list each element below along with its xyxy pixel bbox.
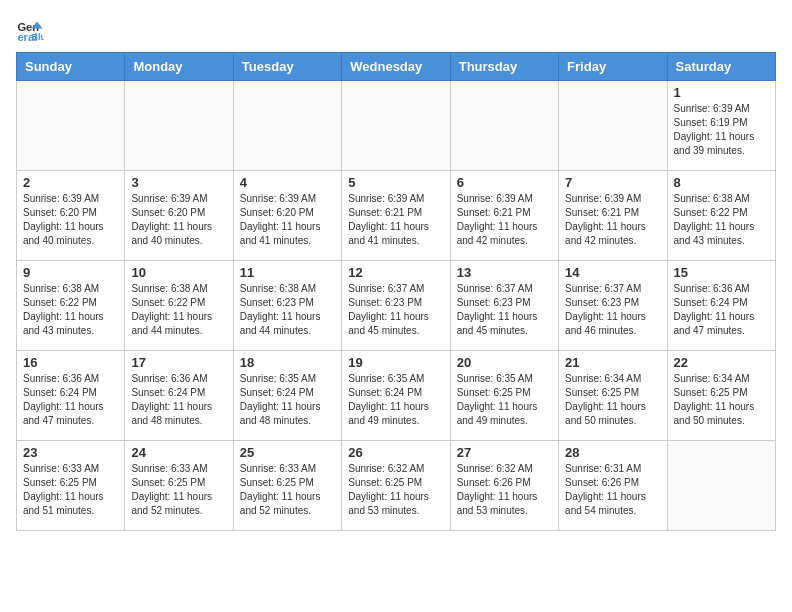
- day-info: Sunrise: 6:35 AM Sunset: 6:24 PM Dayligh…: [240, 372, 335, 428]
- calendar-cell: 26Sunrise: 6:32 AM Sunset: 6:25 PM Dayli…: [342, 441, 450, 531]
- day-number: 18: [240, 355, 335, 370]
- day-info: Sunrise: 6:34 AM Sunset: 6:25 PM Dayligh…: [565, 372, 660, 428]
- calendar-cell: 10Sunrise: 6:38 AM Sunset: 6:22 PM Dayli…: [125, 261, 233, 351]
- logo-icon: Gen eral Blue: [16, 16, 44, 44]
- day-info: Sunrise: 6:39 AM Sunset: 6:21 PM Dayligh…: [457, 192, 552, 248]
- calendar-cell: 19Sunrise: 6:35 AM Sunset: 6:24 PM Dayli…: [342, 351, 450, 441]
- calendar-cell: [559, 81, 667, 171]
- weekday-header-tuesday: Tuesday: [233, 53, 341, 81]
- day-info: Sunrise: 6:32 AM Sunset: 6:25 PM Dayligh…: [348, 462, 443, 518]
- week-row-5: 23Sunrise: 6:33 AM Sunset: 6:25 PM Dayli…: [17, 441, 776, 531]
- weekday-header-thursday: Thursday: [450, 53, 558, 81]
- day-info: Sunrise: 6:39 AM Sunset: 6:21 PM Dayligh…: [348, 192, 443, 248]
- day-info: Sunrise: 6:38 AM Sunset: 6:23 PM Dayligh…: [240, 282, 335, 338]
- calendar-cell: 28Sunrise: 6:31 AM Sunset: 6:26 PM Dayli…: [559, 441, 667, 531]
- day-number: 11: [240, 265, 335, 280]
- day-number: 24: [131, 445, 226, 460]
- day-info: Sunrise: 6:35 AM Sunset: 6:24 PM Dayligh…: [348, 372, 443, 428]
- day-number: 27: [457, 445, 552, 460]
- calendar-cell: 1Sunrise: 6:39 AM Sunset: 6:19 PM Daylig…: [667, 81, 775, 171]
- calendar-cell: 11Sunrise: 6:38 AM Sunset: 6:23 PM Dayli…: [233, 261, 341, 351]
- calendar-cell: 5Sunrise: 6:39 AM Sunset: 6:21 PM Daylig…: [342, 171, 450, 261]
- day-number: 8: [674, 175, 769, 190]
- day-info: Sunrise: 6:37 AM Sunset: 6:23 PM Dayligh…: [457, 282, 552, 338]
- page-header: Gen eral Blue: [16, 16, 776, 44]
- weekday-header-friday: Friday: [559, 53, 667, 81]
- day-info: Sunrise: 6:38 AM Sunset: 6:22 PM Dayligh…: [23, 282, 118, 338]
- day-info: Sunrise: 6:39 AM Sunset: 6:20 PM Dayligh…: [131, 192, 226, 248]
- day-number: 21: [565, 355, 660, 370]
- calendar-cell: 21Sunrise: 6:34 AM Sunset: 6:25 PM Dayli…: [559, 351, 667, 441]
- day-number: 26: [348, 445, 443, 460]
- day-info: Sunrise: 6:37 AM Sunset: 6:23 PM Dayligh…: [348, 282, 443, 338]
- day-number: 25: [240, 445, 335, 460]
- week-row-3: 9Sunrise: 6:38 AM Sunset: 6:22 PM Daylig…: [17, 261, 776, 351]
- day-info: Sunrise: 6:37 AM Sunset: 6:23 PM Dayligh…: [565, 282, 660, 338]
- calendar-cell: 15Sunrise: 6:36 AM Sunset: 6:24 PM Dayli…: [667, 261, 775, 351]
- day-number: 16: [23, 355, 118, 370]
- day-number: 15: [674, 265, 769, 280]
- calendar-cell: 14Sunrise: 6:37 AM Sunset: 6:23 PM Dayli…: [559, 261, 667, 351]
- day-number: 28: [565, 445, 660, 460]
- day-number: 22: [674, 355, 769, 370]
- day-number: 23: [23, 445, 118, 460]
- calendar-cell: 6Sunrise: 6:39 AM Sunset: 6:21 PM Daylig…: [450, 171, 558, 261]
- day-number: 1: [674, 85, 769, 100]
- day-number: 9: [23, 265, 118, 280]
- day-number: 20: [457, 355, 552, 370]
- day-info: Sunrise: 6:33 AM Sunset: 6:25 PM Dayligh…: [240, 462, 335, 518]
- day-number: 14: [565, 265, 660, 280]
- day-info: Sunrise: 6:38 AM Sunset: 6:22 PM Dayligh…: [674, 192, 769, 248]
- calendar-cell: 17Sunrise: 6:36 AM Sunset: 6:24 PM Dayli…: [125, 351, 233, 441]
- weekday-header-monday: Monday: [125, 53, 233, 81]
- calendar: SundayMondayTuesdayWednesdayThursdayFrid…: [16, 52, 776, 531]
- day-number: 2: [23, 175, 118, 190]
- day-number: 5: [348, 175, 443, 190]
- calendar-cell: 25Sunrise: 6:33 AM Sunset: 6:25 PM Dayli…: [233, 441, 341, 531]
- calendar-cell: 13Sunrise: 6:37 AM Sunset: 6:23 PM Dayli…: [450, 261, 558, 351]
- day-info: Sunrise: 6:36 AM Sunset: 6:24 PM Dayligh…: [674, 282, 769, 338]
- calendar-cell: [17, 81, 125, 171]
- calendar-cell: [125, 81, 233, 171]
- calendar-cell: 20Sunrise: 6:35 AM Sunset: 6:25 PM Dayli…: [450, 351, 558, 441]
- day-number: 3: [131, 175, 226, 190]
- day-info: Sunrise: 6:35 AM Sunset: 6:25 PM Dayligh…: [457, 372, 552, 428]
- day-number: 4: [240, 175, 335, 190]
- day-info: Sunrise: 6:36 AM Sunset: 6:24 PM Dayligh…: [131, 372, 226, 428]
- day-number: 17: [131, 355, 226, 370]
- day-info: Sunrise: 6:38 AM Sunset: 6:22 PM Dayligh…: [131, 282, 226, 338]
- day-number: 7: [565, 175, 660, 190]
- day-number: 12: [348, 265, 443, 280]
- day-info: Sunrise: 6:39 AM Sunset: 6:20 PM Dayligh…: [240, 192, 335, 248]
- calendar-cell: [342, 81, 450, 171]
- calendar-cell: [667, 441, 775, 531]
- day-info: Sunrise: 6:39 AM Sunset: 6:20 PM Dayligh…: [23, 192, 118, 248]
- svg-text:Blue: Blue: [31, 32, 44, 42]
- day-number: 13: [457, 265, 552, 280]
- calendar-cell: [233, 81, 341, 171]
- calendar-cell: 4Sunrise: 6:39 AM Sunset: 6:20 PM Daylig…: [233, 171, 341, 261]
- calendar-cell: 16Sunrise: 6:36 AM Sunset: 6:24 PM Dayli…: [17, 351, 125, 441]
- day-info: Sunrise: 6:39 AM Sunset: 6:19 PM Dayligh…: [674, 102, 769, 158]
- calendar-cell: 8Sunrise: 6:38 AM Sunset: 6:22 PM Daylig…: [667, 171, 775, 261]
- day-info: Sunrise: 6:31 AM Sunset: 6:26 PM Dayligh…: [565, 462, 660, 518]
- day-info: Sunrise: 6:33 AM Sunset: 6:25 PM Dayligh…: [131, 462, 226, 518]
- weekday-header-saturday: Saturday: [667, 53, 775, 81]
- day-info: Sunrise: 6:34 AM Sunset: 6:25 PM Dayligh…: [674, 372, 769, 428]
- day-info: Sunrise: 6:36 AM Sunset: 6:24 PM Dayligh…: [23, 372, 118, 428]
- calendar-cell: 22Sunrise: 6:34 AM Sunset: 6:25 PM Dayli…: [667, 351, 775, 441]
- weekday-header-wednesday: Wednesday: [342, 53, 450, 81]
- day-number: 19: [348, 355, 443, 370]
- day-info: Sunrise: 6:39 AM Sunset: 6:21 PM Dayligh…: [565, 192, 660, 248]
- logo: Gen eral Blue: [16, 16, 48, 44]
- calendar-cell: 24Sunrise: 6:33 AM Sunset: 6:25 PM Dayli…: [125, 441, 233, 531]
- weekday-header-sunday: Sunday: [17, 53, 125, 81]
- day-info: Sunrise: 6:33 AM Sunset: 6:25 PM Dayligh…: [23, 462, 118, 518]
- calendar-cell: 27Sunrise: 6:32 AM Sunset: 6:26 PM Dayli…: [450, 441, 558, 531]
- calendar-cell: 2Sunrise: 6:39 AM Sunset: 6:20 PM Daylig…: [17, 171, 125, 261]
- day-info: Sunrise: 6:32 AM Sunset: 6:26 PM Dayligh…: [457, 462, 552, 518]
- week-row-2: 2Sunrise: 6:39 AM Sunset: 6:20 PM Daylig…: [17, 171, 776, 261]
- day-number: 10: [131, 265, 226, 280]
- week-row-4: 16Sunrise: 6:36 AM Sunset: 6:24 PM Dayli…: [17, 351, 776, 441]
- day-number: 6: [457, 175, 552, 190]
